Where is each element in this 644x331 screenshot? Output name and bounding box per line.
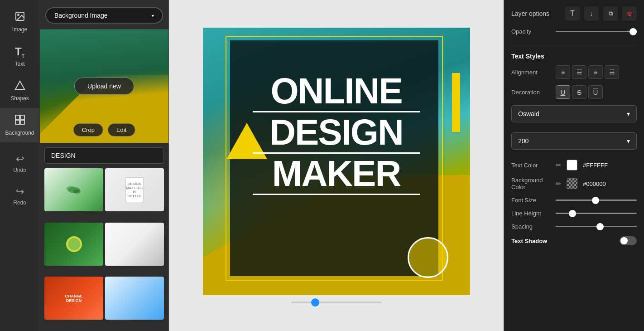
align-left-button[interactable]: ≡ [556,65,570,79]
grid-image-3[interactable] [44,223,103,266]
font-size-selector[interactable]: 200 ▾ [511,132,637,150]
font-select-wrap: Oswald ▾ [511,105,637,127]
text-shadow-toggle[interactable] [620,236,637,245]
font-family-selector[interactable]: Oswald ▾ [511,105,637,122]
font-size-label: 200 [518,137,529,145]
font-size-slider-wrap [556,200,637,201]
sidebar-item-shapes[interactable]: Shapes [0,73,39,108]
layer-delete-button[interactable]: 🗑 [622,6,637,21]
align-justify-icon: ☰ [609,68,615,76]
strikethrough-button[interactable]: S [572,85,586,99]
image-grid: DESIGNMATTERSISBETTER CHANGEDESIGN [40,166,168,331]
text-color-swatch[interactable] [567,160,577,170]
svg-rect-5 [20,115,24,119]
search-wrap [40,143,168,166]
design-canvas[interactable]: ONLINE DESIGN MAKER [203,28,470,295]
background-image-button[interactable]: Background Image ▾ [45,7,163,24]
font-size-prop-label: Font Size [511,197,552,204]
scroll-track[interactable] [291,302,382,303]
alignment-buttons: ≡ ☰ ≡ ☰ [556,65,619,79]
bg-color-label: BackgroundColor [511,177,552,190]
grid-image-1[interactable] [44,168,103,211]
spacing-slider[interactable] [556,226,637,227]
layer-bring-front-button[interactable]: T [565,6,580,21]
text-icon: TT [15,45,24,59]
text-line2: DESIGN [226,114,447,151]
edit-label: Edit [116,127,126,133]
opacity-slider-wrap [556,31,637,32]
svg-rect-6 [15,120,19,124]
grid-image-4[interactable] [105,223,164,266]
right-panel: Layer options T ↓ ⧉ 🗑 Opacity Text Style… [504,0,644,331]
underline-icon: U [561,88,566,96]
align-right-button[interactable]: ≡ [588,65,603,79]
sidebar-item-image-label: Image [12,26,27,33]
toggle-knob [620,237,628,244]
layer-options: Layer options T ↓ ⧉ 🗑 [511,6,637,21]
alignment-row: Alignment ≡ ☰ ≡ ☰ [511,65,637,79]
sidebar-item-text[interactable]: TT Text [0,39,39,73]
edit-button[interactable]: Edit [108,123,135,136]
design-text[interactable]: ONLINE DESIGN MAKER [226,73,447,197]
decoration-row: Decoration U S U [511,85,637,99]
grid-image-6[interactable] [105,277,164,320]
crop-button[interactable]: Crop [73,123,103,136]
scroll-thumb[interactable] [311,298,319,307]
image-icon [14,11,25,24]
sidebar: Image TT Text Shapes Background ↩ Undo ↪… [0,0,40,331]
align-left-icon: ≡ [561,68,565,76]
canvas-container[interactable]: ONLINE DESIGN MAKER [203,28,470,295]
line-height-label: Line Height [511,210,552,217]
spacing-label: Spacing [511,223,552,230]
line-height-slider[interactable] [556,213,637,214]
layer-send-back-button[interactable]: ↓ [584,6,599,21]
sidebar-item-redo[interactable]: ↪ Redo [0,180,39,212]
text-line3: MAKER [226,156,447,192]
design-yellow-bar [452,73,460,132]
font-family-label: Oswald [518,110,539,117]
sidebar-item-undo-label: Undo [13,167,26,173]
text-underline-3 [253,194,420,195]
align-justify-button[interactable]: ☰ [605,65,619,79]
upload-btn-wrap: Upload new [74,78,134,95]
bring-front-icon: T [570,10,575,18]
delete-icon: 🗑 [626,10,633,17]
bg-color-edit-icon[interactable]: ✏ [556,180,561,187]
background-image-label: Background Image [54,12,108,19]
font-size-slider[interactable] [556,200,637,201]
spacing-slider-wrap [556,226,637,227]
text-color-edit-icon[interactable]: ✏ [556,161,561,169]
text-color-label: Text Color [511,162,552,169]
text-shadow-toggle-wrap [620,236,637,245]
strikethrough-icon: S [577,88,582,96]
upload-new-button[interactable]: Upload new [74,78,134,95]
svg-point-1 [18,14,19,15]
grid-image-2[interactable]: DESIGNMATTERSISBETTER [105,168,164,211]
sidebar-item-redo-label: Redo [13,200,26,206]
opacity-slider[interactable] [556,31,637,32]
layer-options-title: Layer options [511,10,561,17]
overline-button[interactable]: U [588,85,603,99]
alignment-label: Alignment [511,69,552,76]
font-size-slider-row: Font Size [511,197,637,204]
overline-icon: U [593,88,598,96]
underline-button[interactable]: U [556,85,570,99]
spacing-row: Spacing [511,223,637,230]
sidebar-item-background[interactable]: Background [0,108,39,142]
sidebar-item-shapes-label: Shapes [10,95,29,102]
svg-rect-7 [20,120,24,124]
align-center-button[interactable]: ☰ [572,65,586,79]
preview-overlay-buttons: Crop Edit [73,123,135,136]
layer-duplicate-button[interactable]: ⧉ [603,6,618,21]
text-color-hex: #FFFFFF [583,162,608,169]
sidebar-item-background-label: Background [5,130,34,136]
search-input[interactable] [44,147,164,164]
sidebar-item-undo[interactable]: ↩ Undo [0,147,39,180]
bg-color-swatch[interactable] [567,178,577,189]
divider-1 [511,45,637,45]
crop-label: Crop [82,127,95,133]
background-icon [14,114,25,128]
sidebar-item-image[interactable]: Image [0,5,39,39]
grid-image-5[interactable]: CHANGEDESIGN [44,277,103,320]
send-back-icon: ↓ [590,10,593,17]
